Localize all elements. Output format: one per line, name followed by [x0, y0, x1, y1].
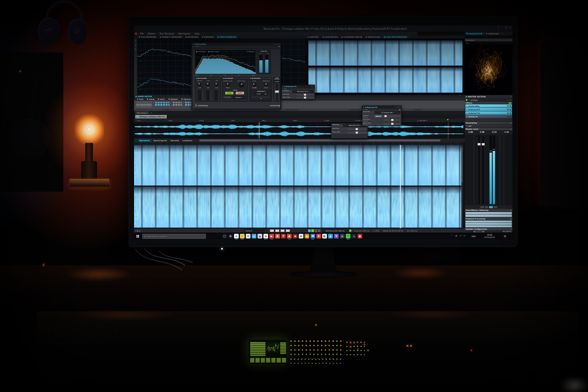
waveform-overview[interactable] [134, 122, 465, 139]
zoom-strip[interactable] [199, 139, 440, 141]
tool-tab[interactable]: FILE BROWSER [137, 35, 158, 39]
view-tab[interactable]: Spectrogram [152, 139, 169, 142]
sensitivity-knob[interactable] [264, 83, 268, 86]
window-button[interactable]: ? [498, 26, 499, 29]
taskbar-app-icon[interactable]: ◯ [222, 234, 227, 238]
slot-menu-icon[interactable] [510, 109, 511, 110]
lock-icon[interactable]: 🔒 [399, 109, 400, 110]
output-legend[interactable]: Output Signal [208, 51, 219, 52]
restorerig-titlebar[interactable]: ▸1:RestoreRig ◦ ◦ ▭ ❐ ✕ [192, 43, 281, 45]
file-tab[interactable]: Vintage Lullabies Mix V7 [135, 115, 167, 119]
taskbar-app-icon[interactable]: P [281, 234, 286, 238]
menu-icon[interactable]: ▥ [510, 209, 512, 211]
menu-icon[interactable]: ◁ ▥ [509, 218, 512, 220]
taskbar-app-icon[interactable]: A [275, 234, 280, 238]
tool-tab[interactable]: MARKERS [200, 35, 216, 39]
menu-item[interactable]: Workspace [178, 32, 191, 35]
final-effects-slot[interactable] [465, 212, 512, 214]
level-knob[interactable] [252, 83, 256, 86]
taskbar-app-icon[interactable]: ● [340, 234, 345, 238]
external-fx-window-front[interactable]: ≡2:External FX◦ ▭ ❐ ✕ ▾ ∿ ▪ ▪ ♪🔒 Audio B… [362, 106, 402, 125]
slot-menu-icon[interactable] [510, 105, 511, 107]
return-gain-slider[interactable] [297, 97, 314, 99]
input-legend[interactable]: Input Signal [196, 51, 206, 52]
restorerig-window[interactable]: ▸1:RestoreRig ◦ ◦ ▭ ❐ ✕ ▾ ∿ ✕ ▪ ▪ ♪ ⟳🔒 I… [191, 42, 281, 110]
scope-tab[interactable]: TIMECODE [484, 32, 501, 35]
taskbar-app-icon[interactable]: ◼ [352, 234, 356, 238]
vertical-scrollbar[interactable] [461, 145, 463, 228]
effects-section-header[interactable]: Effects [465, 102, 512, 104]
slot-power-icon[interactable] [507, 116, 509, 117]
taskbar-app-icon[interactable]: ◠ [346, 234, 350, 238]
frequency-knob[interactable] [260, 98, 262, 100]
ribbon-tab[interactable]: INSERT [167, 98, 180, 101]
return-gain-slider[interactable] [348, 132, 366, 134]
language-indicator[interactable]: ENG [472, 235, 476, 238]
fader-handle-right[interactable] [482, 143, 485, 146]
taskbar-app-icon[interactable]: ● [358, 234, 362, 238]
knob-group[interactable]: POP 5 % [213, 80, 220, 89]
playback-processing-header[interactable]: Playback Processing◁ ▥ [465, 218, 512, 220]
start-button[interactable] [136, 235, 139, 238]
menu-item[interactable]: Tool Windows [159, 32, 174, 35]
menu-icon[interactable]: ▥ [510, 122, 512, 124]
knob-group[interactable]: CLICK 5 % [204, 80, 212, 89]
window-controls[interactable]: ◦ ▭ ❐ ✕ [395, 106, 400, 108]
meter-tab[interactable]: LIVE SPECTROGRAM [382, 35, 409, 39]
ribbon-icon-cluster[interactable] [155, 101, 170, 106]
slot-menu-icon[interactable] [510, 116, 511, 117]
window-button[interactable]: ✕ [509, 26, 511, 29]
main-view-ruler[interactable] [134, 142, 463, 145]
audition-icon[interactable]: ◁ [219, 78, 220, 79]
taskbar-app-icon[interactable]: ✉ [246, 234, 250, 238]
spectrogram-options-button[interactable]: Spectrogram Options [136, 101, 152, 108]
static-level-knob[interactable] [239, 82, 244, 87]
send-gain-slider[interactable] [297, 94, 314, 96]
detect-button[interactable]: Detect [375, 115, 382, 118]
audition-icon[interactable]: ◁ [246, 78, 247, 79]
playback-slot[interactable] [465, 223, 512, 225]
send-gain-slider[interactable] [384, 119, 400, 121]
master-section-header[interactable]: MASTER SECTION ❐ [465, 95, 512, 98]
slot-power-icon[interactable] [507, 109, 509, 110]
empty-effect-slot[interactable]: ⌄ [465, 119, 512, 121]
resampling-header[interactable]: Resampling▥ [465, 122, 512, 124]
add-tab-button[interactable]: + [151, 112, 152, 114]
detach-icon[interactable]: ❐ [510, 96, 512, 98]
menu-item[interactable]: Meters [148, 32, 156, 35]
view-tab[interactable]: Loudness [181, 139, 194, 142]
frequency-alt[interactable]: 60 [264, 93, 267, 95]
resampling-slot[interactable]: ≡Off [465, 124, 512, 127]
speaker-config-header[interactable]: Speaker Configuration◁ [465, 228, 512, 230]
taskbar-app-icon[interactable]: ⧉ [228, 234, 233, 238]
edit-icon[interactable]: ✎ [468, 99, 470, 101]
taskbar-app-icon[interactable]: ▣ [293, 234, 298, 238]
status-left-icons[interactable]: ▾ ▦ ✚ [135, 230, 141, 232]
learn-button[interactable]: Learn [225, 92, 233, 94]
menu-icon[interactable]: ▥ [510, 128, 512, 130]
tool-tab[interactable]: METADATA [184, 35, 200, 39]
marker-icon[interactable] [447, 119, 449, 121]
tray-icon[interactable]: ⌃ [451, 234, 453, 237]
send-gain-slider[interactable] [348, 128, 366, 130]
ribbon-icon-cluster[interactable] [172, 101, 182, 106]
menu-item[interactable]: File [140, 32, 144, 35]
live-spectrogram-panel[interactable] [306, 39, 465, 95]
playback-slot[interactable] [465, 221, 512, 223]
algorithm-select[interactable]: Smooth▾ [233, 96, 245, 99]
tray-icon[interactable]: ▭ [463, 234, 465, 237]
settings-button[interactable]: ⚙Settings [247, 51, 254, 52]
ribbon-tab[interactable]: VIEW [145, 98, 156, 101]
gain-value[interactable]: 0.0 dB [274, 80, 280, 83]
taskbar-app-icon[interactable]: ≡ [299, 234, 303, 238]
latency-slider[interactable] [384, 115, 400, 117]
view-mode-buttons[interactable] [308, 229, 320, 232]
taskbar-app-icon[interactable]: ◆ [287, 234, 292, 238]
tool-tab[interactable]: SPECTROMETER [216, 35, 238, 39]
taskbar-app-icon[interactable]: ▱ [240, 234, 245, 238]
clock[interactable]: 19:56 07/10/2019 [480, 234, 499, 238]
device-select[interactable]: Black Box HG-2▾ [293, 90, 314, 93]
scrollbar-thumb[interactable] [462, 147, 463, 183]
taskbar-app-icon[interactable]: ◈ [328, 234, 333, 238]
scope-tab[interactable]: PHASESCOPE [465, 32, 484, 35]
